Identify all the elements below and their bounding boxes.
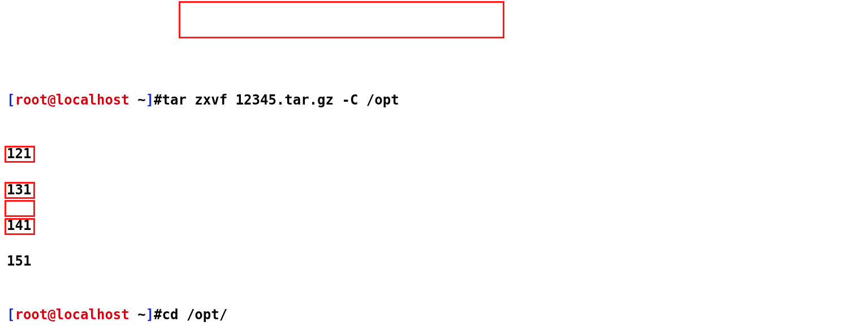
highlight-box-141	[5, 200, 35, 217]
output-line: 121	[7, 145, 861, 163]
prompt-host: localhost	[56, 92, 129, 108]
prompt-symbol: #	[154, 92, 162, 108]
highlight-box-command	[179, 1, 504, 38]
prompt-user: root	[15, 92, 47, 108]
output-line: 131	[7, 181, 861, 199]
command-text: tar zxvf 12345.tar.gz -C /opt	[162, 92, 399, 108]
output-line: 151	[7, 253, 861, 271]
prompt-bracket: ]	[146, 92, 154, 108]
output-line: 141	[7, 217, 861, 235]
terminal-line[interactable]: [root@localhost ~]#cd /opt/	[7, 306, 861, 324]
command-text: cd /opt/	[162, 307, 228, 323]
terminal-line[interactable]: [root@localhost ~]#tar zxvf 12345.tar.gz…	[7, 92, 861, 110]
prompt-bracket: [	[7, 92, 15, 108]
prompt-at: @	[47, 92, 55, 108]
prompt-dir: ~	[137, 92, 145, 108]
